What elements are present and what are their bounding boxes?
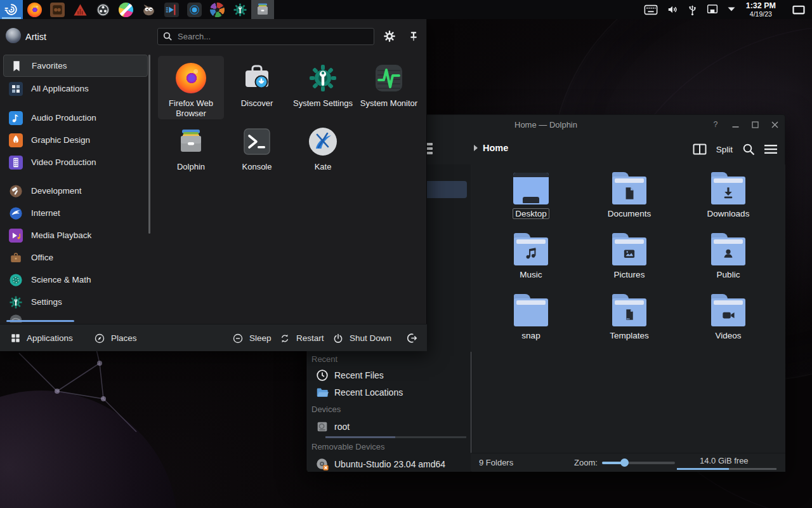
help-button[interactable]: ? [710, 119, 721, 130]
sidebar-item-favorites[interactable]: Favorites [3, 55, 148, 77]
sidebar-item-internet[interactable]: Internet [0, 202, 150, 224]
favorite-discover[interactable]: Discover [224, 56, 290, 119]
favorite-label: Konsole [226, 162, 287, 172]
folder-icon [514, 298, 548, 326]
application-menu-button[interactable] [0, 0, 23, 19]
template-emblem-icon [622, 307, 638, 323]
restart-button[interactable]: Restart [279, 324, 324, 352]
folder-item[interactable]: Templates [591, 293, 667, 340]
clock-icon [315, 368, 329, 382]
taskbar-kdenlive[interactable] [160, 0, 183, 19]
sidebar-scrollbar[interactable] [148, 55, 150, 234]
sidebar-item-graphic-design[interactable]: Graphic Design [0, 129, 150, 151]
taskbar-krita[interactable] [114, 0, 137, 19]
network-icon[interactable] [706, 4, 719, 15]
favorite-system-monitor[interactable]: System Monitor [356, 56, 422, 119]
sidebar-scroll-indicator[interactable] [6, 320, 74, 322]
folder-label-selected: Desktop [513, 208, 549, 219]
document-emblem-icon [621, 185, 638, 201]
favorite-label: Kate [292, 162, 353, 172]
favorite-konsole[interactable]: Konsole [224, 119, 290, 183]
folder-item[interactable]: Documents [591, 171, 667, 218]
sidebar-item-development[interactable]: Development [0, 180, 150, 202]
volume-icon[interactable] [666, 3, 679, 16]
sidebar-item-all-applications[interactable]: All Applications [0, 77, 150, 100]
folder-item[interactable]: Public [690, 232, 766, 279]
places-section-devices: Devices [311, 404, 341, 414]
firefox-icon [27, 3, 42, 17]
places-item-root[interactable]: root [315, 418, 350, 435]
folder-item[interactable]: Downloads [690, 171, 766, 218]
breadcrumb-home[interactable]: Home [483, 143, 508, 153]
favorite-system-settings[interactable]: System Settings [290, 56, 356, 119]
taskbar-system-settings[interactable] [228, 0, 251, 19]
folder-icon [612, 298, 646, 326]
configure-icon[interactable] [383, 30, 396, 43]
keyboard-icon[interactable] [644, 4, 658, 15]
favorite-dolphin[interactable]: Dolphin [158, 119, 224, 183]
favorite-kate[interactable]: Kate [290, 119, 356, 183]
zoom-slider-knob[interactable] [620, 458, 629, 467]
digital-clock[interactable]: 1:32 PM 4/19/23 [746, 1, 776, 18]
taskbar-gimp[interactable] [137, 0, 160, 19]
folder-label: Public [717, 270, 740, 279]
pin-icon[interactable] [408, 30, 419, 43]
places-item-recent-files[interactable]: Recent Files [315, 367, 384, 384]
sidebar-item-media-playback[interactable]: Media Playback [0, 224, 150, 246]
folder-item[interactable]: Pictures [591, 232, 667, 279]
favorite-firefox[interactable]: Firefox Web Browser [158, 56, 224, 119]
user-avatar[interactable] [6, 28, 21, 43]
minimize-button[interactable] [730, 119, 740, 130]
sidebar-item-audio-production[interactable]: Audio Production [0, 107, 150, 129]
places-item-recent-locations[interactable]: Recent Locations [315, 384, 403, 401]
applications-icon [10, 333, 21, 344]
sidebar-item-office[interactable]: Office [0, 246, 150, 269]
maximize-button[interactable] [750, 119, 760, 130]
usb-icon[interactable] [687, 3, 698, 17]
video-emblem-icon [720, 307, 737, 323]
hamburger-menu-icon[interactable] [764, 144, 777, 154]
taskbar-carla[interactable] [69, 0, 91, 19]
folder-item[interactable]: snap [493, 293, 569, 340]
taskbar-audio-control[interactable] [183, 0, 206, 19]
user-name: Artist [25, 32, 46, 42]
zoom-slider[interactable] [602, 462, 675, 464]
logout-button[interactable] [406, 324, 418, 352]
tray-expand-icon[interactable] [727, 6, 736, 13]
taskbar-ardour[interactable] [46, 0, 69, 19]
split-button[interactable]: Split [716, 145, 733, 154]
clock-date: 4/19/23 [746, 10, 776, 18]
folder-label: Downloads [707, 209, 750, 218]
folder-item[interactable]: Music [493, 232, 569, 279]
taskbar-dolphin[interactable] [251, 0, 274, 19]
taskbar-darktable[interactable] [206, 0, 228, 19]
split-icon[interactable] [693, 143, 707, 156]
favorite-label: System Monitor [358, 98, 419, 109]
folder-item-desktop[interactable]: Desktop [493, 171, 569, 219]
close-button[interactable] [769, 119, 780, 130]
search-input[interactable]: Search... [157, 28, 374, 45]
places-section-removable: Removable Devices [311, 442, 385, 451]
konsole-icon [242, 126, 272, 157]
breadcrumb[interactable]: Home [473, 143, 508, 153]
sidebar-item-settings[interactable]: Settings [0, 291, 150, 313]
sleep-button[interactable]: Sleep [232, 324, 272, 352]
search-placeholder: Search... [178, 32, 211, 41]
film-strip-icon [9, 156, 23, 170]
taskbar-obs-studio[interactable] [91, 0, 114, 19]
applications-tab[interactable]: Applications [10, 324, 73, 352]
music-note-icon [9, 111, 23, 125]
sidebar-item-video-production[interactable]: Video Production [0, 151, 150, 173]
taskbar-firefox[interactable] [23, 0, 46, 19]
sidebar-item-science-math[interactable]: Science & Math [0, 269, 150, 291]
favorite-label: Discover [226, 98, 287, 109]
obs-icon [96, 3, 110, 17]
search-icon[interactable] [742, 143, 755, 156]
show-desktop-icon[interactable] [792, 4, 806, 15]
folder-item[interactable]: Videos [690, 293, 766, 340]
shutdown-button[interactable]: Shut Down [332, 324, 391, 352]
ardour-icon [50, 3, 65, 17]
places-item-removable-device[interactable]: Ubuntu-Studio 23.04 amd64 [315, 456, 445, 472]
places-tab[interactable]: Places [94, 324, 137, 352]
gear-wrench-icon [9, 295, 23, 309]
